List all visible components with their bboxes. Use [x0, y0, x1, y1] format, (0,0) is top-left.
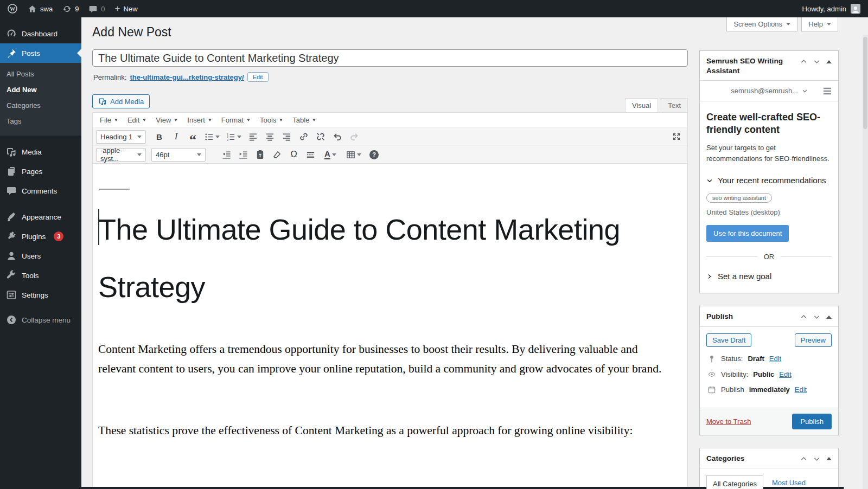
align-right-button[interactable]	[279, 130, 295, 144]
text-color-button[interactable]: A	[320, 147, 341, 162]
align-center-button[interactable]	[262, 130, 278, 144]
help-button[interactable]: Help	[801, 17, 838, 31]
semrush-panel: Semrush SEO Writing Assistant semrush@se…	[699, 50, 839, 293]
semrush-account-select[interactable]: semrush@semrush...	[731, 87, 808, 95]
tab-visual[interactable]: Visual	[625, 98, 658, 112]
tab-most-used[interactable]: Most Used	[772, 479, 806, 487]
categories-panel-title[interactable]: Categories	[706, 454, 797, 464]
updates-menu[interactable]: 9	[58, 0, 84, 17]
insert-link-button[interactable]	[296, 130, 311, 144]
redo-icon	[349, 132, 359, 141]
howdy-greeting[interactable]: Howdy, admin	[802, 5, 846, 13]
new-content-menu[interactable]: + New	[110, 0, 143, 17]
move-up-icon[interactable]	[800, 313, 807, 320]
recent-recommendations-toggle[interactable]: Your recent recommendations	[706, 176, 832, 185]
font-size-select[interactable]: 46pt	[151, 148, 206, 162]
indent-button[interactable]	[235, 147, 251, 162]
bold-button[interactable]: B	[151, 130, 167, 144]
menu-tools[interactable]: Tools	[255, 113, 288, 127]
appearance-brush-icon	[6, 211, 17, 222]
document-paragraph-2[interactable]: These statistics prove the effectiveness…	[98, 421, 674, 440]
fullscreen-button[interactable]	[668, 130, 684, 144]
menu-edit[interactable]: Edit	[123, 113, 151, 127]
sidebar-item-dashboard[interactable]: Dashboard	[0, 24, 81, 43]
preview-button[interactable]: Preview	[795, 333, 832, 347]
post-title-input[interactable]	[92, 49, 688, 67]
edit-status-link[interactable]: Edit	[769, 355, 781, 363]
sidebar-item-users[interactable]: Users	[0, 246, 81, 266]
sidebar-item-media[interactable]: Media	[0, 142, 81, 162]
sidebar-item-appearance[interactable]: Appearance	[0, 207, 81, 227]
blockquote-button[interactable]: “	[185, 130, 201, 144]
publish-button[interactable]: Publish	[792, 414, 832, 429]
page-scrollbar[interactable]	[863, 35, 868, 489]
document-paragraph-1[interactable]: Content Marketing offers a tremendous op…	[98, 339, 674, 378]
sidebar-item-all-posts[interactable]: All Posts	[0, 66, 81, 82]
screen-options-button[interactable]: Screen Options	[726, 17, 797, 31]
menu-file[interactable]: File	[95, 113, 123, 127]
edit-schedule-link[interactable]: Edit	[795, 385, 807, 394]
undo-button[interactable]	[329, 130, 345, 144]
semrush-menu-button[interactable]	[823, 87, 832, 95]
move-up-icon[interactable]	[800, 455, 807, 462]
collapse-panel-icon[interactable]	[826, 60, 832, 63]
comments-menu[interactable]: 0	[84, 0, 110, 17]
read-more-button[interactable]	[303, 147, 318, 162]
updates-icon	[62, 4, 72, 14]
sidebar-item-settings[interactable]: Settings	[0, 285, 81, 305]
move-down-icon[interactable]	[813, 455, 820, 462]
media-icon	[6, 146, 17, 157]
sidebar-item-tools[interactable]: Tools	[0, 266, 81, 285]
menu-table[interactable]: Table	[288, 113, 321, 127]
move-down-icon[interactable]	[813, 313, 820, 320]
italic-button[interactable]: I	[168, 130, 184, 144]
clear-formatting-button[interactable]	[269, 147, 285, 162]
bullet-list-button[interactable]	[202, 130, 222, 144]
edit-visibility-link[interactable]: Edit	[779, 370, 791, 378]
redo-button[interactable]	[346, 130, 362, 144]
sidebar-item-posts[interactable]: Posts	[0, 43, 81, 63]
site-menu[interactable]: swa	[23, 0, 58, 17]
paste-as-text-button[interactable]	[252, 147, 268, 162]
menu-insert[interactable]: Insert	[182, 113, 216, 127]
align-left-button[interactable]	[245, 130, 261, 144]
scrollbar-thumb[interactable]	[863, 37, 867, 129]
help-toolbar-button[interactable]: ?	[366, 147, 382, 162]
sidebar-item-plugins[interactable]: Plugins 3	[0, 227, 81, 246]
sidebar-item-pages[interactable]: Pages	[0, 162, 81, 181]
move-up-icon[interactable]	[800, 58, 807, 65]
semrush-panel-title[interactable]: Semrush SEO Writing Assistant	[706, 56, 797, 75]
sidebar-collapse-menu[interactable]: Collapse menu	[0, 310, 81, 330]
publish-panel-title[interactable]: Publish	[706, 312, 797, 321]
document-heading[interactable]: The Ultimate Guide to Content Marketing …	[98, 201, 674, 316]
user-avatar[interactable]	[851, 4, 860, 14]
move-down-icon[interactable]	[813, 58, 820, 65]
set-new-goal-toggle[interactable]: Set a new goal	[706, 272, 832, 281]
use-for-document-button[interactable]: Use for this document	[706, 225, 789, 242]
wordpress-logo-menu[interactable]: W	[2, 0, 23, 17]
save-draft-button[interactable]: Save Draft	[706, 333, 751, 347]
special-character-button[interactable]: Ω	[286, 147, 302, 162]
numbered-list-button[interactable]: 123	[224, 130, 244, 144]
tab-text[interactable]: Text	[661, 98, 688, 112]
menu-view[interactable]: View	[151, 113, 182, 127]
site-name: swa	[40, 5, 53, 13]
menu-format[interactable]: Format	[216, 113, 255, 127]
outdent-button[interactable]	[219, 147, 234, 162]
sidebar-item-comments[interactable]: Comments	[0, 181, 81, 201]
permalink-edit-button[interactable]: Edit	[247, 72, 269, 82]
sidebar-item-tags[interactable]: Tags	[0, 113, 81, 129]
format-select[interactable]: Heading 1	[96, 130, 146, 144]
table-button[interactable]	[342, 147, 365, 162]
collapse-panel-icon[interactable]	[826, 457, 832, 460]
permalink-link[interactable]: the-ultimate-gui...rketing-strategy/	[130, 73, 244, 81]
font-family-select[interactable]: -apple-syst...	[96, 148, 146, 162]
tab-all-categories[interactable]: All Categories	[706, 475, 763, 489]
sidebar-item-add-new[interactable]: Add New	[0, 82, 81, 98]
remove-link-button[interactable]	[312, 130, 328, 144]
collapse-panel-icon[interactable]	[826, 316, 832, 319]
move-to-trash-link[interactable]: Move to Trash	[706, 417, 751, 426]
sidebar-item-categories[interactable]: Categories	[0, 98, 81, 113]
admin-sidebar: Dashboard Posts All Posts Add New Catego…	[0, 17, 81, 489]
editor-canvas[interactable]: The Ultimate Guide to Content Marketing …	[93, 164, 687, 440]
